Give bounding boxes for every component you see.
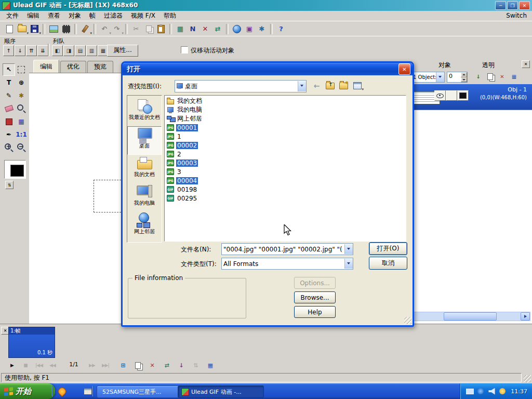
- menu-item[interactable]: 编辑: [23, 11, 44, 21]
- close-button[interactable]: ✕: [519, 1, 530, 10]
- previous-frame-button[interactable]: ◀◀: [47, 360, 58, 370]
- swap-colors-button[interactable]: ⇅: [5, 181, 14, 189]
- back-button[interactable]: ←: [311, 80, 323, 91]
- file-name-dropdown-icon[interactable]: [344, 244, 353, 254]
- ulead-window-task-button[interactable]: Ulead GIF 动画 -...: [178, 385, 264, 398]
- file-item[interactable]: 00001: [165, 123, 406, 132]
- tray-scheduler-icon[interactable]: [498, 387, 507, 395]
- mask-swatch-button[interactable]: [446, 90, 457, 101]
- tray-network-icon[interactable]: [466, 387, 474, 395]
- object-selector-combo[interactable]: 1 Object:: [411, 72, 445, 83]
- marquee-tool-button[interactable]: [15, 63, 28, 76]
- add-frame-button[interactable]: ⊞: [117, 360, 129, 370]
- file-type-combo[interactable]: All Formats: [221, 258, 353, 270]
- menu-item[interactable]: 对象: [64, 11, 85, 21]
- stop-button[interactable]: ■: [20, 360, 31, 370]
- my-computer-place[interactable]: 我的电脑: [127, 183, 162, 212]
- actual-size-tool-button[interactable]: 1:1: [15, 128, 28, 141]
- network-places-place[interactable]: 网上邻居: [127, 212, 162, 241]
- transparency-spinner[interactable]: 0: [447, 72, 468, 83]
- foreground-color-swatch[interactable]: [10, 165, 24, 177]
- undo-button[interactable]: ↶: [98, 23, 111, 35]
- duplicate-object-button[interactable]: [485, 71, 496, 82]
- dialog-close-button[interactable]: ✕: [398, 63, 410, 75]
- restore-button[interactable]: ❐: [507, 1, 518, 10]
- optimize-tab[interactable]: 优化: [60, 61, 86, 73]
- file-item[interactable]: 网上邻居: [165, 114, 406, 123]
- look-in-combo[interactable]: 桌面: [175, 80, 307, 92]
- file-item[interactable]: 1: [165, 132, 406, 141]
- cut-button[interactable]: ✂: [130, 23, 142, 35]
- context-help-button[interactable]: ?: [275, 23, 287, 35]
- align-bottom-button[interactable]: ▥: [86, 45, 97, 56]
- pick-tool-button[interactable]: ↖: [3, 63, 15, 76]
- open-file-button[interactable]: [16, 23, 28, 35]
- menu-item[interactable]: 视频 F/X: [127, 11, 159, 21]
- dialog-resize-grip[interactable]: [404, 317, 411, 324]
- menu-item[interactable]: 查看: [44, 11, 64, 21]
- sort-frames-button[interactable]: ⇅: [190, 360, 202, 370]
- tray-volume-icon[interactable]: [487, 387, 496, 395]
- delete-item-button[interactable]: ✕: [199, 23, 211, 35]
- next-frame-button[interactable]: ▶▶: [86, 360, 98, 370]
- resize-grip[interactable]: [524, 375, 531, 382]
- move-to-top-button[interactable]: ⇈: [26, 45, 37, 56]
- swap-items-button[interactable]: ⇄: [211, 23, 224, 35]
- file-item[interactable]: 我的文档: [165, 97, 406, 105]
- help-button[interactable]: Help: [294, 306, 336, 318]
- move-up-button[interactable]: ↑: [3, 45, 14, 56]
- fill-tool-button[interactable]: [3, 115, 15, 128]
- wand-tool-button[interactable]: ✱: [15, 89, 28, 102]
- delete-frame-button[interactable]: ✕: [147, 360, 158, 370]
- target-tool-button[interactable]: ⊕: [15, 76, 28, 89]
- save-file-button[interactable]: [28, 23, 41, 35]
- frame-list-button[interactable]: ▦: [205, 360, 216, 370]
- eyedropper-tool-button[interactable]: ✒: [3, 128, 15, 141]
- horizontal-scrollbar[interactable]: [413, 312, 530, 321]
- text-tool-button[interactable]: T: [3, 76, 15, 89]
- quick-launch-app-button[interactable]: [57, 387, 66, 396]
- recent-documents-place[interactable]: 我最近的文档: [127, 98, 162, 126]
- last-frame-button[interactable]: ▶▶|: [100, 360, 111, 370]
- add-image-button[interactable]: [47, 23, 60, 35]
- add-banner-text-button[interactable]: N: [187, 23, 199, 35]
- move-down-button[interactable]: ↓: [15, 45, 25, 56]
- properties-button[interactable]: 属性...: [107, 45, 138, 57]
- extract-frames-button[interactable]: ↓: [176, 360, 187, 370]
- zoom-out-tool-button[interactable]: −: [15, 141, 28, 154]
- insert-frames-button[interactable]: ▦: [174, 23, 187, 35]
- paste-button[interactable]: [155, 23, 167, 35]
- color-palette-button[interactable]: [79, 23, 91, 35]
- view-menu-button[interactable]: [351, 80, 363, 91]
- create-new-folder-button[interactable]: [338, 80, 350, 91]
- play-button[interactable]: ▶: [6, 360, 18, 370]
- show-desktop-button[interactable]: [83, 387, 92, 396]
- file-item[interactable]: 3: [165, 167, 406, 176]
- spin-down-icon[interactable]: [461, 77, 467, 83]
- scrollbar-thumb[interactable]: [444, 312, 497, 321]
- desktop-place[interactable]: 桌面: [127, 126, 162, 155]
- switch-menu-item[interactable]: Switch: [506, 11, 527, 21]
- redo-button[interactable]: ↷: [111, 23, 123, 35]
- file-item[interactable]: 2: [165, 150, 406, 158]
- menu-item[interactable]: 帮助: [159, 11, 180, 21]
- samsung-window-task-button[interactable]: 52SAMSUNG三星手...: [97, 385, 183, 398]
- color-swatch-panel[interactable]: [4, 160, 26, 179]
- zoom-in-tool-button[interactable]: +: [3, 141, 15, 154]
- brush-tool-button[interactable]: ✎: [3, 89, 15, 102]
- open-button[interactable]: 打开(O): [369, 242, 407, 255]
- align-left-button[interactable]: ◧: [52, 45, 63, 56]
- up-one-level-button[interactable]: [324, 80, 336, 91]
- panel-close-button[interactable]: ✕: [522, 60, 530, 68]
- add-video-button[interactable]: [60, 23, 72, 35]
- spinner-buttons[interactable]: [461, 72, 467, 82]
- minimize-button[interactable]: ─: [495, 1, 506, 10]
- import-object-button[interactable]: ↓: [473, 71, 484, 82]
- look-in-dropdown-icon[interactable]: [298, 81, 306, 91]
- menu-item[interactable]: 过滤器: [100, 11, 127, 21]
- plugins-button[interactable]: ✱: [256, 23, 268, 35]
- film-tool-button[interactable]: ▦: [15, 115, 28, 128]
- copy-button[interactable]: [142, 23, 155, 35]
- move-active-only-checkbox[interactable]: [181, 46, 188, 54]
- tray-messenger-icon[interactable]: [476, 387, 485, 395]
